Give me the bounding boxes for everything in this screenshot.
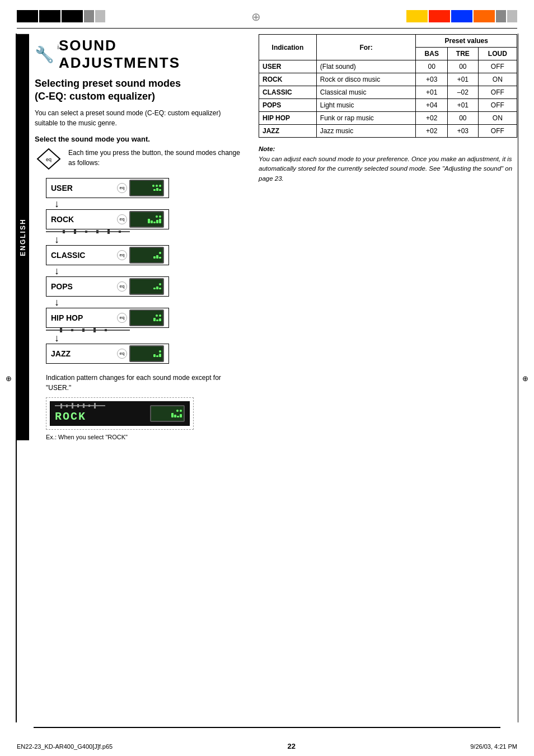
svg-rect-8 — [119, 231, 121, 233]
arrow-5: ↓ — [54, 333, 59, 343]
mode-classic-box: CLASSIC eq — [46, 245, 169, 265]
cell-indication-1: USER — [259, 60, 317, 73]
svg-rect-18 — [72, 403, 73, 408]
col-header-for: For: — [316, 35, 416, 60]
intro-text: You can select a preset sound mode (C-EQ… — [35, 108, 242, 128]
section-heading: Selecting preset sound modes (C-EQ: cust… — [35, 77, 242, 104]
note-title: Note: — [259, 145, 517, 152]
button-description: eq Each time you press the button, the s… — [35, 148, 242, 170]
col-header-bas: BAS — [416, 48, 448, 60]
mode-jazz-container: JAZZ eq — [46, 344, 169, 364]
right-border — [518, 34, 519, 722]
cell-bas-3: +01 — [416, 86, 448, 99]
mode-user-box: USER eq — [46, 178, 169, 198]
cell-indication-3: CLASSIC — [259, 86, 317, 99]
eq-button-icon: eq — [35, 148, 63, 170]
col-header-preset-values: Preset values — [416, 35, 517, 48]
svg-rect-4 — [74, 229, 76, 234]
arrow-3: ↓ — [54, 266, 59, 276]
jazz-eq-icon: eq — [117, 349, 127, 359]
arrow-1: ↓ — [54, 199, 59, 209]
hiphop-eq-icon: eq — [117, 313, 127, 323]
arrow-4: ↓ — [54, 297, 59, 307]
sound-modes-diagram: USER eq — [46, 178, 242, 364]
rock-eq-icon: eq — [117, 214, 127, 224]
example-lcd-icon — [150, 405, 185, 422]
cell-bas-4: +04 — [416, 99, 448, 112]
mode-user-label: USER — [51, 184, 73, 192]
mode-pops-box: POPS eq — [46, 276, 169, 297]
user-lcd — [129, 180, 164, 196]
right-column: Indication For: Preset values BAS TRE LO… — [253, 34, 517, 440]
cell-indication-5: HIP HOP — [259, 112, 317, 125]
example-display-box: ROCK — [46, 397, 194, 430]
settings-icon: 🔧i — [35, 45, 54, 64]
svg-rect-22 — [94, 403, 96, 408]
left-margin-crosshair: ⊕ — [6, 374, 12, 382]
mode-hiphop-box: HIP HOP eq — [46, 308, 169, 328]
rock-bars-indicator — [46, 229, 147, 234]
cell-tre-1: 00 — [448, 60, 479, 73]
hiphop-bars-indicator — [46, 328, 147, 332]
title-section: 🔧i SOUND ADJUSTMENTS — [35, 34, 242, 72]
user-eq-icon: eq — [117, 183, 127, 193]
cell-for-1: (Flat sound) — [316, 60, 416, 73]
cell-loud-3: OFF — [478, 86, 517, 99]
svg-rect-20 — [83, 403, 85, 408]
svg-rect-11 — [71, 329, 73, 331]
svg-rect-2 — [46, 231, 130, 232]
example-lcd-text: ROCK — [55, 410, 147, 424]
table-row-3: CLASSIC Classical music +01 –02 OFF — [259, 86, 517, 99]
table-row-4: POPS Light music +04 +01 OFF — [259, 99, 517, 112]
section-heading-line1: Selecting preset sound modes — [35, 78, 181, 89]
cell-for-5: Funk or rap music — [316, 112, 416, 125]
table-row-5: HIP HOP Funk or rap music +02 00 ON — [259, 112, 517, 125]
cell-tre-6: +03 — [448, 125, 479, 138]
svg-rect-9 — [46, 330, 130, 331]
page-title: SOUND ADJUSTMENTS — [59, 37, 242, 72]
cell-loud-2: ON — [478, 73, 517, 86]
cell-for-6: Jazz music — [316, 125, 416, 138]
cell-tre-5: 00 — [448, 112, 479, 125]
mode-hiphop-container: HIP HOP eq — [46, 308, 169, 328]
svg-text:eq: eq — [46, 157, 51, 162]
svg-rect-7 — [107, 229, 110, 234]
cell-indication-4: POPS — [259, 99, 317, 112]
note-text: You can adjust each sound mode to your p… — [259, 154, 517, 184]
svg-rect-16 — [60, 403, 62, 408]
bottom-border-line — [34, 727, 500, 728]
classic-eq-icon: eq — [117, 250, 127, 260]
col-header-loud: LOUD — [478, 48, 517, 60]
page-number: 22 — [287, 742, 295, 750]
mode-user-container: USER eq — [46, 178, 169, 198]
pops-eq-icon: eq — [117, 281, 127, 292]
cell-bas-5: +02 — [416, 112, 448, 125]
hiphop-lcd — [129, 309, 164, 326]
button-heading: Select the sound mode you want. — [35, 135, 242, 143]
mode-hiphop-label: HIP HOP — [51, 313, 83, 322]
svg-rect-6 — [96, 230, 99, 233]
top-bar-area: ⊕ — [0, 0, 534, 24]
svg-rect-19 — [77, 404, 79, 407]
cell-for-3: Classical music — [316, 86, 416, 99]
cell-for-2: Rock or disco music — [316, 73, 416, 86]
col-header-indication: Indication — [259, 35, 317, 60]
svg-rect-5 — [85, 231, 87, 233]
svg-rect-15 — [55, 405, 105, 406]
cell-loud-6: OFF — [478, 125, 517, 138]
cell-bas-2: +03 — [416, 73, 448, 86]
table-row-1: USER (Flat sound) 00 00 OFF — [259, 60, 517, 73]
mode-rock-box: ROCK eq — [46, 209, 169, 229]
svg-rect-14 — [105, 329, 107, 331]
jazz-lcd — [129, 345, 164, 362]
cell-for-4: Light music — [316, 99, 416, 112]
example-label-text: Ex.: When you select "ROCK" — [46, 434, 242, 440]
preset-table: Indication For: Preset values BAS TRE LO… — [259, 34, 517, 138]
cell-indication-2: ROCK — [259, 73, 317, 86]
language-label: ENGLISH — [19, 218, 27, 256]
mode-jazz-box: JAZZ eq — [46, 344, 169, 364]
page-footer: EN22-23_KD-AR400_G400[J]f.p65 22 9/26/03… — [17, 739, 517, 750]
cell-tre-3: –02 — [448, 86, 479, 99]
right-color-bar — [406, 10, 517, 22]
footer-file: EN22-23_KD-AR400_G400[J]f.p65 — [17, 743, 113, 750]
